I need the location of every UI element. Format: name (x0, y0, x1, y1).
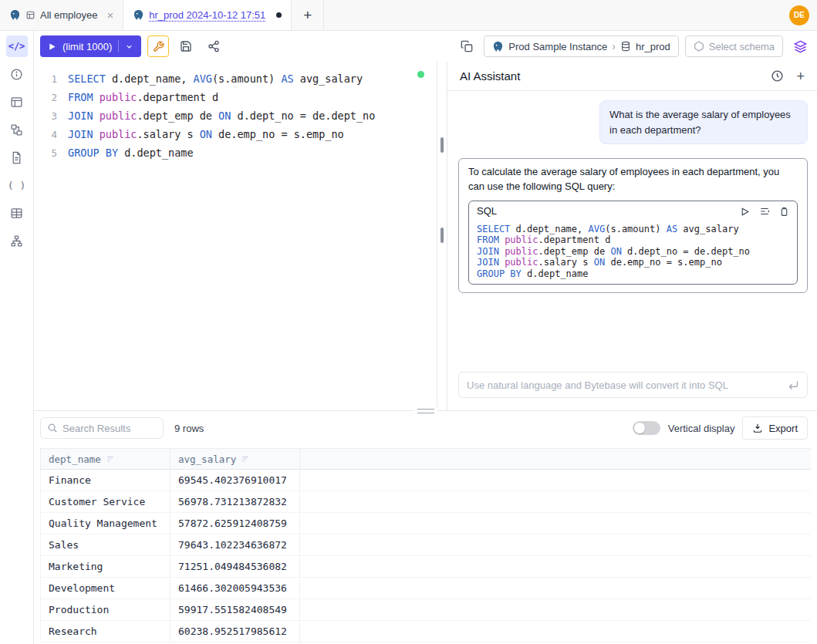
share-icon (208, 40, 220, 52)
sort-icon[interactable] (241, 454, 250, 464)
ai-prompt-input-wrap (458, 372, 808, 398)
sort-icon[interactable] (106, 454, 115, 464)
save-button[interactable] (175, 35, 197, 57)
unsaved-dot-icon (276, 12, 282, 18)
column-header-dept_name[interactable]: dept_name (41, 449, 170, 469)
ai-prompt-input[interactable] (467, 379, 782, 391)
table-cell[interactable]: Production (41, 599, 170, 620)
database-icon (620, 41, 631, 52)
row-filler (300, 513, 811, 534)
table-cell[interactable]: Marketing (41, 556, 170, 577)
sidebar-item-worksheets[interactable] (6, 147, 28, 168)
connection-breadcrumb[interactable]: Prod Sample Instance › hr_prod (484, 35, 678, 57)
vertical-display-toggle[interactable] (633, 421, 660, 435)
run-query-button[interactable]: (limit 1000) (40, 35, 141, 57)
table-cell[interactable]: 71251.049484536082 (170, 556, 300, 577)
table-cell[interactable]: Customer Service (41, 491, 170, 512)
copy-code-icon[interactable] (779, 207, 789, 217)
save-icon (180, 40, 192, 52)
admin-mode-button[interactable] (147, 35, 169, 57)
sidebar-item-schema-diagram[interactable] (6, 119, 28, 140)
new-chat-icon[interactable]: + (796, 69, 805, 83)
results-resize-handle[interactable] (414, 406, 437, 414)
column-header-avg_salary[interactable]: avg_salary (170, 449, 300, 469)
table-row: Development61466.302005943536 (40, 578, 811, 599)
table-cell[interactable]: Finance (41, 470, 170, 491)
editor-line: 1SELECT d.dept_name, AVG(s.amount) AS av… (34, 69, 437, 88)
line-number: 3 (34, 110, 68, 122)
assistant-message: To calculate the average salary of emplo… (458, 158, 808, 293)
format-icon (461, 40, 473, 52)
table-row: Marketing71251.049484536082 (40, 556, 811, 578)
table-cell[interactable]: Research (41, 621, 170, 642)
results-panel: 9 rows Vertical display Export dept_na (34, 410, 817, 644)
sidebar-item-info[interactable] (6, 63, 28, 85)
line-number: 4 (34, 129, 68, 140)
sidebar-item-sql-editor[interactable]: </> (6, 35, 28, 57)
sidebar-item-tables[interactable] (6, 202, 28, 224)
table-cell[interactable]: 69545.402376910017 (170, 470, 300, 491)
format-sql-button[interactable] (456, 35, 478, 57)
results-table: dept_nameavg_salary Finance69545.4023769… (40, 448, 811, 644)
tab-all-employee[interactable]: All employee × (0, 0, 123, 30)
return-icon[interactable] (788, 379, 799, 391)
insert-code-icon[interactable] (759, 206, 770, 217)
line-number: 5 (34, 147, 68, 159)
table-cell[interactable]: 61466.302005943536 (170, 578, 300, 598)
search-results-input[interactable] (62, 423, 157, 434)
sidebar-item-connections[interactable] (6, 230, 28, 251)
editor-line: 4JOIN public.salary s ON de.emp_no = s.e… (34, 125, 437, 143)
table-cell[interactable]: 56978.731213872832 (170, 491, 300, 512)
header-filler (300, 449, 811, 469)
row-filler (300, 599, 811, 620)
table-cell[interactable]: Sales (41, 534, 170, 555)
chevron-right-icon: › (612, 40, 616, 52)
user-avatar[interactable]: DE (789, 5, 809, 25)
row-filler (300, 470, 811, 491)
table-cell[interactable]: Development (41, 578, 170, 598)
chevron-down-icon[interactable] (125, 42, 133, 51)
ai-code-line: FROM public.department d (477, 234, 789, 246)
database-name: hr_prod (636, 41, 670, 52)
user-message: What is the average salary of employees … (599, 100, 808, 144)
select-schema-dropdown[interactable]: Select schema (685, 35, 783, 57)
ai-code-line: SELECT d.dept_name, AVG(s.amount) AS avg… (477, 224, 789, 235)
tab-label: All employee (40, 9, 97, 21)
table-cell[interactable]: 60238.952517985612 (170, 621, 300, 642)
share-button[interactable] (203, 35, 225, 57)
run-code-icon[interactable] (740, 207, 750, 217)
sql-editor[interactable]: 1SELECT d.dept_name, AVG(s.amount) AS av… (34, 62, 437, 410)
sidebar-item-snippets[interactable]: ( ) (6, 174, 28, 196)
row-count: 9 rows (174, 423, 204, 434)
sidebar-item-databases[interactable] (6, 91, 28, 113)
editor-line: 2FROM public.department d (34, 88, 437, 106)
sheet-icon (25, 10, 35, 20)
sql-code-block: SQL (468, 201, 798, 285)
new-tab-button[interactable]: + (292, 0, 324, 30)
table-row: Customer Service56978.731213872832 (40, 491, 811, 513)
row-filler (300, 491, 811, 512)
close-icon[interactable]: × (106, 9, 113, 21)
download-icon (752, 423, 763, 433)
row-filler (300, 556, 811, 577)
table-cell[interactable]: 79643.102234636872 (170, 534, 300, 555)
row-filler (300, 578, 811, 598)
instance-name: Prod Sample Instance (508, 41, 607, 52)
column-label: avg_salary (178, 453, 236, 465)
connection-status-dot (417, 71, 424, 78)
editor-toolbar: (limit 1000) (34, 31, 817, 62)
tab-hr-prod[interactable]: hr_prod 2024-10-12 17:51 (123, 0, 292, 30)
line-number: 1 (34, 73, 68, 85)
history-icon[interactable] (771, 69, 784, 83)
wrench-icon (153, 41, 164, 52)
ai-panel-title: AI Assistant (460, 69, 520, 83)
table-cell[interactable]: 57872.625912408759 (170, 513, 300, 534)
panel-resize-handle[interactable] (437, 62, 447, 410)
export-button[interactable]: Export (742, 416, 808, 440)
run-label: (limit 1000) (62, 41, 112, 52)
postgres-icon (133, 9, 144, 21)
table-cell[interactable]: Quality Management (41, 513, 170, 534)
schema-diagram-button[interactable] (789, 35, 811, 57)
row-filler (300, 534, 811, 555)
table-cell[interactable]: 59917.551582408549 (170, 599, 300, 620)
